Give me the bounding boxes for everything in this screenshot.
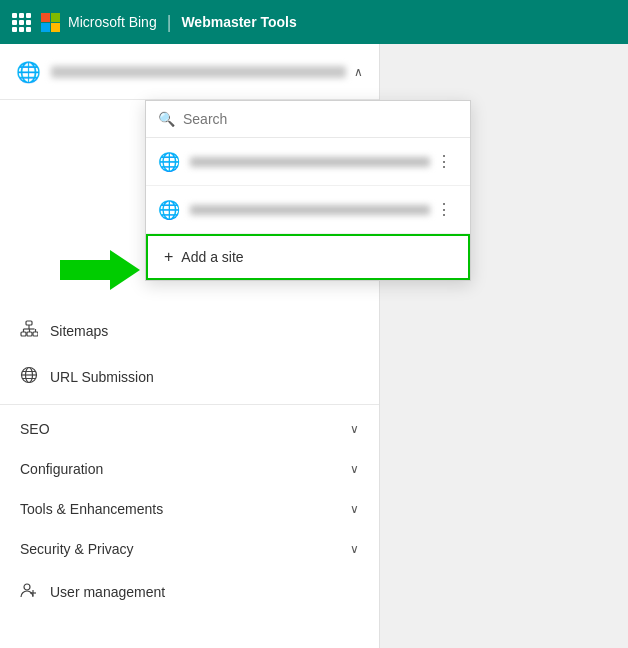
- site2-globe-icon: 🌐: [158, 199, 180, 221]
- user-management-label: User management: [50, 584, 359, 600]
- selected-site-name: [51, 66, 346, 78]
- sidebar-item-tools[interactable]: Tools & Enhancements ∨: [0, 489, 379, 529]
- tools-label: Tools & Enhancements: [20, 501, 350, 517]
- site-selector[interactable]: 🌐 ∧: [0, 44, 379, 100]
- chevron-up-icon: ∧: [354, 65, 363, 79]
- configuration-chevron-icon: ∨: [350, 462, 359, 476]
- tools-chevron-icon: ∨: [350, 502, 359, 516]
- nav-divider-1: [0, 404, 379, 405]
- svg-rect-0: [26, 321, 32, 325]
- sitemaps-label: Sitemaps: [50, 323, 359, 339]
- header: Microsoft Bing | Webmaster Tools: [0, 0, 628, 44]
- user-management-icon: [20, 581, 38, 603]
- header-tool: Webmaster Tools: [181, 14, 296, 30]
- svg-point-14: [24, 584, 30, 590]
- add-site-label: Add a site: [181, 249, 243, 265]
- header-logo: Microsoft Bing | Webmaster Tools: [41, 12, 297, 33]
- sitemaps-icon: [20, 320, 38, 342]
- search-icon: 🔍: [158, 111, 175, 127]
- site1-more-icon[interactable]: ⋮: [430, 148, 458, 175]
- site-item-1[interactable]: 🌐 ⋮: [146, 138, 470, 186]
- sidebar-item-url-submission[interactable]: URL Submission: [0, 354, 379, 400]
- header-divider: |: [167, 12, 172, 33]
- security-chevron-icon: ∨: [350, 542, 359, 556]
- green-arrow-indicator: [60, 250, 140, 290]
- sidebar-item-configuration[interactable]: Configuration ∨: [0, 449, 379, 489]
- add-site-button[interactable]: + Add a site: [146, 234, 470, 280]
- security-label: Security & Privacy: [20, 541, 350, 557]
- header-brand: Microsoft Bing: [68, 14, 157, 30]
- url-submission-label: URL Submission: [50, 369, 359, 385]
- sidebar-item-user-management[interactable]: User management: [0, 569, 379, 615]
- sidebar: 🌐 ∧ 🔍 🌐 ⋮ 🌐 ⋮ + Add a site: [0, 44, 380, 648]
- dropdown-search-container: 🔍: [146, 101, 470, 138]
- search-input[interactable]: [183, 111, 458, 127]
- site2-url: [190, 205, 430, 215]
- svg-rect-2: [27, 332, 32, 336]
- add-icon: +: [164, 248, 173, 266]
- configuration-label: Configuration: [20, 461, 350, 477]
- site2-more-icon[interactable]: ⋮: [430, 196, 458, 223]
- url-submission-icon: [20, 366, 38, 388]
- site1-globe-icon: 🌐: [158, 151, 180, 173]
- seo-chevron-icon: ∨: [350, 422, 359, 436]
- globe-icon: 🌐: [16, 60, 41, 84]
- sidebar-item-security[interactable]: Security & Privacy ∨: [0, 529, 379, 569]
- site1-url: [190, 157, 430, 167]
- site-item-2[interactable]: 🌐 ⋮: [146, 186, 470, 234]
- site-dropdown: 🔍 🌐 ⋮ 🌐 ⋮ + Add a site: [145, 100, 471, 281]
- svg-marker-17: [60, 250, 140, 290]
- microsoft-logo-icon: [41, 13, 60, 32]
- sidebar-item-seo[interactable]: SEO ∨: [0, 409, 379, 449]
- seo-label: SEO: [20, 421, 350, 437]
- svg-rect-1: [21, 332, 26, 336]
- apps-grid-icon[interactable]: [12, 13, 31, 32]
- sidebar-item-sitemaps[interactable]: Sitemaps: [0, 308, 379, 354]
- svg-rect-3: [33, 332, 38, 336]
